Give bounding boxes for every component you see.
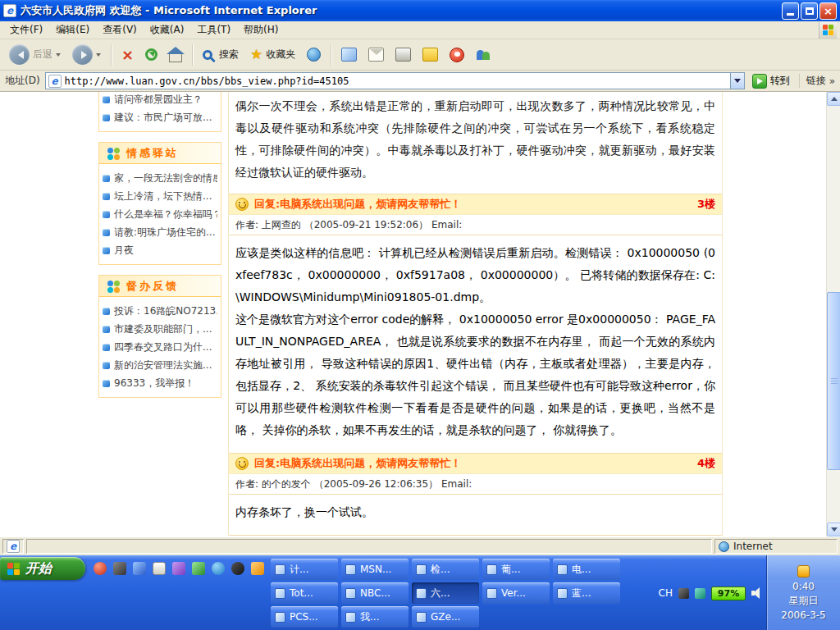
task-button[interactable]: 计...	[271, 559, 338, 580]
close-button[interactable]: ×	[819, 2, 837, 20]
task-button[interactable]: MSN...	[341, 559, 409, 580]
page-icon: e	[48, 75, 62, 88]
sidebar-link[interactable]: 家，一段无法割舍的情感	[103, 169, 217, 187]
task-button[interactable]: NBC...	[341, 582, 409, 604]
quicklaunch-icon[interactable]	[113, 562, 126, 575]
task-button[interactable]: 检...	[412, 559, 479, 580]
clock-time: 0:40	[792, 581, 815, 592]
sidebar-section-feedback: 督办反馈 投诉：16路皖NO7213... 市建委及职能部门，... 四季春交叉…	[98, 275, 221, 398]
sidebar-link[interactable]: 四季春交叉路口为什...	[103, 338, 217, 356]
taskbar: 开始 计... MSN... 检... 葡... 电... Tot... NBC…	[0, 555, 840, 630]
discuss-button[interactable]	[472, 45, 495, 64]
forward-dropdown-icon[interactable]	[96, 53, 101, 57]
window-icon	[275, 564, 285, 575]
sidebar-link[interactable]: 月夜	[103, 241, 217, 259]
ime-indicator[interactable]: CH	[659, 587, 673, 599]
quicklaunch-icon[interactable]	[192, 562, 205, 575]
minimize-button[interactable]	[782, 2, 799, 20]
address-input[interactable]: e http://www.luan.gov.cn/bbs/bbs_view.ph…	[45, 72, 745, 89]
sidebar-link[interactable]: 投诉：16路皖NO7213...	[103, 302, 217, 320]
bullet-icon	[103, 344, 110, 351]
ie-window: e 六安市人民政府网 欢迎您 - Microsoft Internet Expl…	[0, 0, 840, 630]
task-button-active[interactable]: 六...	[412, 582, 479, 604]
task-button[interactable]: 我...	[341, 606, 409, 628]
scroll-up-button[interactable]	[827, 92, 840, 106]
maximize-button[interactable]	[801, 2, 818, 20]
stop-button[interactable]: ×	[117, 45, 138, 65]
home-button[interactable]	[165, 45, 186, 65]
menu-help[interactable]: 帮助(H)	[237, 21, 285, 39]
window-icon	[557, 588, 568, 599]
bullet-icon	[103, 175, 110, 182]
quicklaunch-icon[interactable]	[212, 562, 225, 575]
reply-body-text: 偶尔一次不理会，系统出错是正常的，重新启动即可，出现次数多了，两种情况比较常见，…	[229, 92, 722, 194]
sidebar-link[interactable]: 请问帝都景园业主？	[103, 92, 217, 108]
back-dropdown-icon[interactable]	[56, 53, 61, 57]
messenger-button[interactable]	[445, 45, 468, 65]
edit-note-icon	[422, 48, 438, 62]
task-button[interactable]: 蓝...	[553, 582, 620, 604]
address-url[interactable]: http://www.luan.gov.cn/bbs/bbs_view.php?…	[65, 75, 727, 87]
volume-icon[interactable]	[751, 587, 763, 599]
task-button[interactable]: PCS...	[271, 606, 338, 628]
media-button[interactable]	[303, 45, 325, 64]
task-button[interactable]: 电...	[553, 559, 620, 580]
quicklaunch-icon[interactable]	[231, 562, 244, 575]
status-page-icon: e	[7, 540, 20, 553]
quicklaunch-icon[interactable]	[251, 562, 264, 575]
menu-tools[interactable]: 工具(T)	[190, 21, 237, 39]
edit-button[interactable]	[418, 45, 442, 64]
task-button[interactable]: 葡...	[482, 559, 550, 580]
mail-button[interactable]	[364, 45, 388, 64]
sidebar-link[interactable]: 96333，我举报！	[103, 374, 217, 392]
task-button[interactable]: Tot...	[271, 582, 338, 604]
home-icon	[169, 53, 182, 62]
history-button[interactable]	[337, 45, 361, 64]
menu-edit[interactable]: 编辑(E)	[49, 21, 96, 39]
reply-author-line: 作者: 的个的发个 （2005-09-26 12:06:35） Email:	[229, 474, 722, 495]
menu-favorites[interactable]: 收藏(A)	[144, 21, 191, 39]
task-button-label: Tot...	[290, 587, 313, 599]
quicklaunch-icon[interactable]	[172, 562, 185, 575]
menu-view[interactable]: 查看(V)	[96, 21, 144, 39]
quicklaunch-icon[interactable]	[153, 562, 166, 575]
print-button[interactable]	[391, 45, 415, 64]
sidebar-link-label: 四季春交叉路口为什...	[114, 338, 212, 356]
reply-header: 回复:电脑系统出现问题，烦请网友帮帮忙！ 4楼	[229, 453, 722, 474]
refresh-button[interactable]	[141, 46, 162, 63]
sidebar-link[interactable]: 建议：市民广场可放...	[103, 108, 217, 126]
window-icon	[345, 612, 356, 623]
vertical-scrollbar[interactable]	[826, 92, 840, 536]
tray-icon[interactable]	[678, 588, 689, 599]
sidebar-link[interactable]: 坛上冷清，坛下热情...	[103, 187, 217, 205]
links-button[interactable]: 链接 »	[799, 74, 835, 88]
tray-icon[interactable]	[695, 588, 705, 599]
bullet-icon	[103, 193, 110, 200]
sidebar-link[interactable]: 请教:明珠广场住宅的...	[103, 223, 217, 241]
address-dropdown-button[interactable]	[730, 73, 744, 89]
forward-button[interactable]	[68, 42, 105, 67]
search-button[interactable]: 搜索	[199, 45, 243, 64]
scroll-down-button[interactable]	[827, 523, 840, 536]
scrollbar-thumb[interactable]	[827, 292, 840, 470]
task-button[interactable]: GZe...	[412, 606, 479, 628]
battery-indicator[interactable]: 97%	[711, 587, 746, 600]
back-button[interactable]: 后退	[5, 42, 65, 67]
task-button-label: 蓝...	[572, 587, 591, 600]
quicklaunch-icon[interactable]	[94, 562, 107, 575]
menu-file[interactable]: 文件(F)	[3, 21, 49, 39]
start-button[interactable]: 开始	[0, 557, 85, 580]
go-button[interactable]: 转到	[750, 73, 792, 89]
bullet-icon	[103, 114, 110, 121]
windows-logo-icon	[819, 22, 837, 39]
task-button[interactable]: Ver...	[482, 582, 550, 604]
sidebar-link[interactable]: 市建委及职能部门，...	[103, 320, 217, 338]
sidebar-link-label: 新的治安管理法实施...	[114, 356, 212, 374]
sidebar-link-label: 坛上冷清，坛下热情...	[114, 187, 212, 205]
sidebar-link[interactable]: 新的治安管理法实施...	[103, 356, 217, 374]
quicklaunch-icon[interactable]	[133, 562, 146, 575]
sidebar-link[interactable]: 什么是幸福？你幸福吗？...	[103, 205, 217, 223]
taskbar-clock[interactable]: 0:40 星期日 2006-3-5	[766, 555, 840, 630]
bullet-icon	[103, 229, 110, 236]
favorites-button[interactable]: ★ 收藏夹	[246, 45, 299, 64]
